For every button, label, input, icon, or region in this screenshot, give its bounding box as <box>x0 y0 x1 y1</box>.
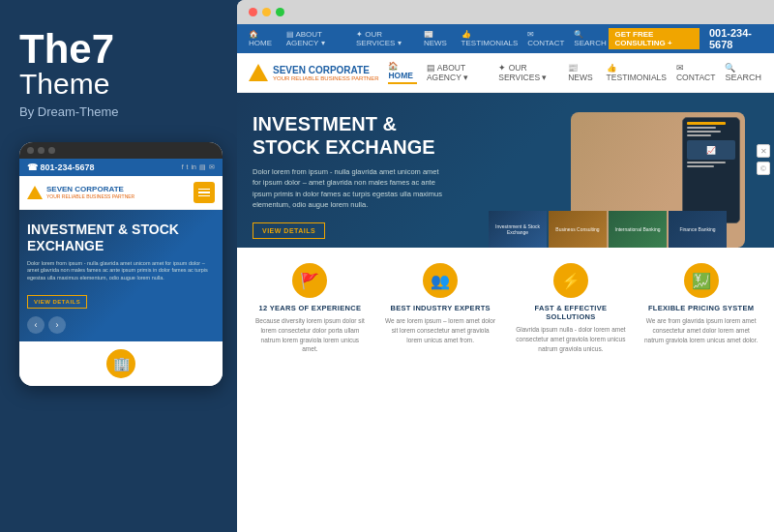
top-nav-home[interactable]: 🏠 HOME <box>249 30 277 47</box>
mobile-icon-section: 🏢 <box>19 341 223 386</box>
hero-description: Dolor lorem from ipsum - nulla glavrida … <box>253 166 446 210</box>
mobile-prev-arrow[interactable]: ‹ <box>27 316 45 334</box>
hero-view-details-button[interactable]: VIEW DETAILS <box>253 222 325 239</box>
top-cta-button[interactable]: GET FREE CONSULTING + <box>609 28 700 49</box>
experts-desc: We are lorem ipsum – lorem amet dolor si… <box>383 316 498 344</box>
twitter-icon: t <box>187 163 189 171</box>
mobile-browser-chrome <box>19 142 223 159</box>
desktop-nav-search[interactable]: 🔍 SEARCH <box>725 63 762 82</box>
browser-close-dot <box>249 8 257 16</box>
features-section: 🚩 12 YEARS OF EXPERIENCE Because diversi… <box>237 248 774 369</box>
pricing-desc: We are from glavrida ipsum lorem amet co… <box>643 316 759 344</box>
top-nav-about[interactable]: ▤ ABOUT AGENCY ▾ <box>286 30 346 47</box>
fast-desc: Glavrida ipsum nulla - dolor lorem amet … <box>514 325 629 353</box>
desktop-nav-testimonials[interactable]: 👍 TESTIMONIALS <box>607 63 667 82</box>
desktop-top-bar: 🏠 HOME ▤ ABOUT AGENCY ▾ ✦ OUR SERVICES ▾… <box>237 24 774 53</box>
desktop-logo-triangle-icon <box>249 64 268 81</box>
right-panel: 🏠 HOME ▤ ABOUT AGENCY ▾ ✦ OUR SERVICES ▾… <box>237 0 774 532</box>
desktop-nav-contact[interactable]: ✉ CONTACT <box>676 63 715 82</box>
mobile-header: SEVEN CORPORATE YOUR RELIABLE BUSINESS P… <box>19 176 223 210</box>
mobile-phone-bar: ☎ 801-234-5678 f t in ▤ ✉ <box>19 159 223 176</box>
feature-fast: ⚡ FAST & EFFECTIVE SOLLUTIONS Glavrida i… <box>510 263 633 354</box>
desktop-hero: INVESTMENT &STOCK EXCHANGE Dolor lorem f… <box>237 93 774 248</box>
desktop-logo-text: SEVEN CORPORATE YOUR RELIABLE BUSINESS P… <box>273 65 378 81</box>
experts-title: BEST INDUSTRY EXPERTS <box>383 304 498 312</box>
browser-minimize-dot <box>262 8 271 16</box>
desktop-nav-home[interactable]: 🏠 HOME <box>388 61 416 84</box>
top-nav-services[interactable]: ✦ OUR SERVICES ▾ <box>356 30 414 47</box>
scroll-indicator: ✕ © <box>753 140 774 179</box>
hamburger-line-1 <box>198 189 210 191</box>
experts-icon: 👥 <box>423 263 458 298</box>
desktop-nav-services[interactable]: ✦ OUR SERVICES ▾ <box>498 63 558 82</box>
desktop-site: 🏠 HOME ▤ ABOUT AGENCY ▾ ✦ OUR SERVICES ▾… <box>237 24 774 532</box>
experience-desc: Because diversity lorem ipsum dolor sit … <box>253 316 368 354</box>
desktop-main-nav: 🏠 HOME ▤ ABOUT AGENCY ▾ ✦ OUR SERVICES ▾… <box>388 61 762 84</box>
desktop-top-nav-links: 🏠 HOME ▤ ABOUT AGENCY ▾ ✦ OUR SERVICES ▾… <box>249 30 609 47</box>
desktop-nav-about[interactable]: ▤ ABOUT AGENCY ▾ <box>427 63 489 82</box>
feature-experience: 🚩 12 YEARS OF EXPERIENCE Because diversi… <box>249 263 372 354</box>
email-icon: ✉ <box>209 163 215 171</box>
mobile-nav-arrows: ‹ › <box>27 316 215 334</box>
pricing-icon: 💹 <box>684 263 719 298</box>
thumb-finance[interactable]: Finance Banking <box>669 211 727 248</box>
linkedin-icon: in <box>192 163 196 171</box>
mobile-company-sub: YOUR RELIABLE BUSINESS PARTNER <box>46 194 134 200</box>
pricing-title: FLEXIBLE PRICING SYSTEM <box>643 304 759 312</box>
mobile-menu-button[interactable] <box>194 182 215 203</box>
mobile-hero: INVESTMENT & STOCK EXCHANGE Dolor lorem … <box>19 210 223 341</box>
mobile-logo-text: SEVEN CORPORATE YOUR RELIABLE BUSINESS P… <box>46 186 134 199</box>
desktop-company-sub: YOUR RELIABLE BUSINESS PARTNER <box>273 75 378 81</box>
mobile-feature-icon: 🏢 <box>106 349 135 378</box>
mobile-view-details-button[interactable]: VIEW DETAILS <box>27 295 87 309</box>
rss-icon: ▤ <box>199 163 206 171</box>
hero-title: INVESTMENT &STOCK EXCHANGE <box>253 112 536 159</box>
thumb-label-3: International Banking <box>615 226 661 232</box>
top-phone-number: 001-234-5678 <box>709 27 762 50</box>
desktop-company-name: SEVEN CORPORATE <box>273 65 378 75</box>
desktop-logo: SEVEN CORPORATE YOUR RELIABLE BUSINESS P… <box>249 64 378 81</box>
thumb-label-2: Business Consulting <box>555 226 599 232</box>
fast-icon: ⚡ <box>553 263 588 298</box>
mobile-mockup: ☎ 801-234-5678 f t in ▤ ✉ SEVEN CORPORAT… <box>19 142 223 386</box>
mobile-social-icons: f t in ▤ ✉ <box>182 163 215 171</box>
mobile-dot-1 <box>27 147 34 154</box>
hamburger-line-2 <box>198 192 210 193</box>
mobile-dot-2 <box>38 147 45 154</box>
experience-title: 12 YEARS OF EXPERIENCE <box>253 304 368 312</box>
scroll-up-button[interactable]: ✕ <box>757 144 770 158</box>
thumb-label-4: Finance Banking <box>679 226 715 232</box>
browser-chrome <box>237 0 774 24</box>
top-bar-right: GET FREE CONSULTING + 001-234-5678 <box>609 27 762 50</box>
left-panel: The7 Theme By Dream-Theme ☎ 801-234-5678… <box>0 0 237 532</box>
product-title: The7 <box>19 29 218 70</box>
desktop-header: SEVEN CORPORATE YOUR RELIABLE BUSINESS P… <box>237 53 774 93</box>
browser-maximize-dot <box>276 8 284 16</box>
feature-experts: 👥 BEST INDUSTRY EXPERTS We are lorem ips… <box>379 263 502 354</box>
title-block: The7 Theme By Dream-Theme <box>19 29 218 119</box>
mobile-next-arrow[interactable]: › <box>48 316 66 334</box>
feature-pricing: 💹 FLEXIBLE PRICING SYSTEM We are from gl… <box>640 263 762 354</box>
hamburger-line-3 <box>198 195 210 197</box>
hero-content: INVESTMENT &STOCK EXCHANGE Dolor lorem f… <box>237 93 551 248</box>
mobile-dot-3 <box>48 147 55 154</box>
desktop-site-wrapper: 🏠 HOME ▤ ABOUT AGENCY ▾ ✦ OUR SERVICES ▾… <box>237 24 774 532</box>
mobile-hero-text: Dolor lorem from ipsum - nulla glavrida … <box>27 260 215 282</box>
desktop-nav-news[interactable]: 📰 NEWS <box>568 63 596 82</box>
mobile-phone-number: ☎ 801-234-5678 <box>27 163 95 172</box>
thumb-banking[interactable]: International Banking <box>609 211 667 248</box>
product-author: By Dream-Theme <box>19 104 218 119</box>
experience-icon: 🚩 <box>292 263 327 298</box>
scroll-down-button[interactable]: © <box>757 162 770 175</box>
thumb-consulting[interactable]: Business Consulting <box>549 211 607 248</box>
fast-title: FAST & EFFECTIVE SOLLUTIONS <box>514 304 629 321</box>
facebook-icon: f <box>182 163 184 171</box>
top-nav-search[interactable]: 🔍 SEARCH <box>574 30 609 47</box>
product-subtitle: Theme <box>19 70 218 99</box>
top-nav-testimonials[interactable]: 👍 TESTIMONIALS <box>461 30 519 47</box>
mobile-hero-title: INVESTMENT & STOCK EXCHANGE <box>27 222 215 254</box>
mobile-logo: SEVEN CORPORATE YOUR RELIABLE BUSINESS P… <box>27 186 134 199</box>
mobile-logo-triangle-icon <box>27 186 43 199</box>
top-nav-contact[interactable]: ✉ CONTACT <box>527 30 564 47</box>
top-nav-news[interactable]: 📰 NEWS <box>424 30 452 47</box>
